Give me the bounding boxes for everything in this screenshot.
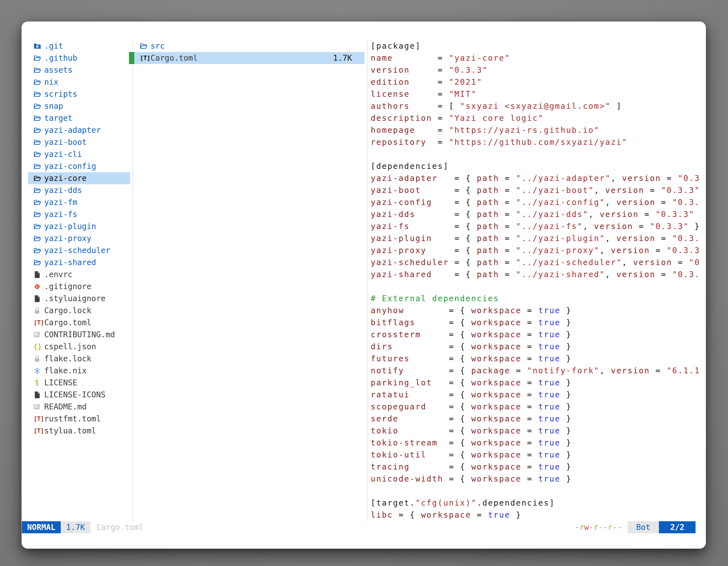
file-row-yazi-dds[interactable]: yazi-dds xyxy=(28,184,130,196)
preview-line: anyhow = { workspace = true } xyxy=(371,304,706,316)
git-folder-icon xyxy=(34,43,44,50)
file-name: CONTRIBUTING.md xyxy=(44,330,115,339)
file-permissions: -rw-r--r-- xyxy=(575,521,622,533)
markdown-icon: M↓ xyxy=(34,332,44,337)
file-row-assets[interactable]: assets xyxy=(28,64,130,76)
file-icon xyxy=(34,271,44,278)
preview-line: yazi-plugin = { path = "../yazi-plugin",… xyxy=(371,233,706,245)
file-row-yazi-fm[interactable]: yazi-fm xyxy=(28,196,130,208)
preview-line: tokio = { workspace = true } xyxy=(371,425,706,437)
folder-open-icon xyxy=(34,259,44,266)
file-name: yazi-cli xyxy=(44,150,82,159)
file-icon xyxy=(34,391,44,398)
preview-line: yazi-adapter = { path = "../yazi-adapter… xyxy=(371,172,706,184)
preview-line: scopeguard = { workspace = true } xyxy=(371,401,706,413)
file-row-contributing.md[interactable]: M↓CONTRIBUTING.md xyxy=(28,328,130,340)
file-name: yazi-shared xyxy=(44,258,96,267)
status-bar-left: NORMAL 1.7K Cargo.toml xyxy=(22,521,144,533)
file-name: yazi-adapter xyxy=(44,126,101,135)
file-row-cargo.toml[interactable]: [T]Cargo.toml xyxy=(28,316,130,328)
snowflake-icon xyxy=(34,367,44,374)
preview-line: repository = "https://github.com/sxyazi/… xyxy=(371,136,706,148)
file-row-cspell.json[interactable]: {}cspell.json xyxy=(28,340,130,353)
file-row-yazi-config[interactable]: yazi-config xyxy=(28,160,130,172)
mode-indicator: NORMAL xyxy=(22,521,61,533)
file-row-yazi-plugin[interactable]: yazi-plugin xyxy=(28,220,130,233)
file-row-stylua.toml[interactable]: [T]stylua.toml xyxy=(28,425,130,437)
folder-open-icon xyxy=(140,43,151,50)
file-name: LICENSE-ICONS xyxy=(44,390,105,399)
file-icon xyxy=(34,295,44,302)
file-name: README.md xyxy=(44,402,87,411)
key-icon xyxy=(34,379,44,386)
status-bar: NORMAL 1.7K Cargo.toml -rw-r--r-- Bot 2/… xyxy=(22,521,696,533)
file-row-src[interactable]: src xyxy=(129,40,365,52)
file-row-.git[interactable]: .git xyxy=(28,40,130,52)
preview-line: ratatui = { workspace = true } xyxy=(371,389,706,401)
file-name: Cargo.toml xyxy=(151,53,198,63)
file-name: yazi-fm xyxy=(44,198,77,207)
file-name: yazi-boot xyxy=(44,138,87,147)
file-name: rustfmt.toml xyxy=(44,414,101,423)
json-icon: {} xyxy=(34,343,44,351)
preview-line: unicode-width = { workspace = true } xyxy=(371,473,706,485)
file-row-yazi-core[interactable]: yazi-core xyxy=(28,172,130,184)
file-row-yazi-cli[interactable]: yazi-cli xyxy=(28,148,130,160)
preview-line: yazi-scheduler = { path = "../yazi-sched… xyxy=(371,257,706,269)
file-row-cargo.toml[interactable]: [T]Cargo.toml1.7K xyxy=(129,52,365,64)
preview-line: tokio-util = { workspace = true } xyxy=(371,449,706,461)
folder-open-icon xyxy=(34,79,44,86)
preview-line xyxy=(371,281,706,292)
file-row-license-icons[interactable]: LICENSE-ICONS xyxy=(28,389,130,401)
file-name: .github xyxy=(44,53,77,63)
file-row-nix[interactable]: nix xyxy=(28,76,130,88)
preview-line: futures = { workspace = true } xyxy=(371,353,706,365)
file-row-.envrc[interactable]: .envrc xyxy=(28,269,130,281)
file-row-readme.md[interactable]: M↓README.md xyxy=(28,401,130,413)
file-row-license[interactable]: LICENSE xyxy=(28,377,130,389)
preview-line: tokio-stream = { workspace = true } xyxy=(371,437,706,449)
folder-open-icon xyxy=(34,115,44,122)
file-row-cargo.lock[interactable]: Cargo.lock xyxy=(28,304,130,316)
preview-line: version = "0.3.3" xyxy=(371,64,706,76)
toml-icon: [T] xyxy=(34,415,44,422)
file-row-flake.lock[interactable]: flake.lock xyxy=(28,353,130,365)
file-row-yazi-adapter[interactable]: yazi-adapter xyxy=(28,124,130,136)
file-row-yazi-fs[interactable]: yazi-fs xyxy=(28,208,130,220)
preview-line: yazi-dds = { path = "../yazi-dds", versi… xyxy=(371,208,706,220)
git-diamond-icon xyxy=(34,283,44,290)
preview-line: bitflags = { workspace = true } xyxy=(371,316,706,328)
file-name: yazi-config xyxy=(44,162,96,171)
status-filename: Cargo.toml xyxy=(97,521,144,533)
file-name: yazi-proxy xyxy=(44,234,91,243)
file-row-yazi-shared[interactable]: yazi-shared xyxy=(28,257,130,269)
file-row-flake.nix[interactable]: flake.nix xyxy=(28,365,130,377)
file-row-scripts[interactable]: scripts xyxy=(28,88,130,100)
file-row-snap[interactable]: snap xyxy=(28,100,130,112)
file-row-yazi-scheduler[interactable]: yazi-scheduler xyxy=(28,245,130,257)
preview-line: edition = "2021" xyxy=(371,76,706,88)
file-name: yazi-plugin xyxy=(44,222,96,231)
toml-icon: [T] xyxy=(140,55,151,62)
toml-icon: [T] xyxy=(34,427,44,434)
file-row-rustfmt.toml[interactable]: [T]rustfmt.toml xyxy=(28,413,130,425)
file-name: src xyxy=(151,41,165,51)
preview-line: homepage = "https://yazi-rs.github.io" xyxy=(371,124,706,136)
folder-open-icon xyxy=(34,223,44,230)
file-row-.styluaignore[interactable]: .styluaignore xyxy=(28,292,130,304)
folder-open-icon xyxy=(34,103,44,110)
file-row-target[interactable]: target xyxy=(28,112,130,124)
file-row-.gitignore[interactable]: .gitignore xyxy=(28,281,130,292)
folder-open-icon xyxy=(34,187,44,194)
file-name: yazi-dds xyxy=(44,186,82,195)
file-name: flake.nix xyxy=(44,366,87,375)
preview-line: license = "MIT" xyxy=(371,88,706,100)
pane-separator-left xyxy=(132,40,133,521)
yazi-file-manager-window: .git.githubassetsnixscriptssnaptargetyaz… xyxy=(22,22,706,549)
preview-line: libc = { workspace = true } xyxy=(371,509,706,521)
preview-line: yazi-shared = { path = "../yazi-shared",… xyxy=(371,269,706,281)
file-row-.github[interactable]: .github xyxy=(28,52,130,64)
file-row-yazi-boot[interactable]: yazi-boot xyxy=(28,136,130,148)
preview-line: yazi-fs = { path = "../yazi-fs", version… xyxy=(371,220,706,233)
file-row-yazi-proxy[interactable]: yazi-proxy xyxy=(28,233,130,245)
